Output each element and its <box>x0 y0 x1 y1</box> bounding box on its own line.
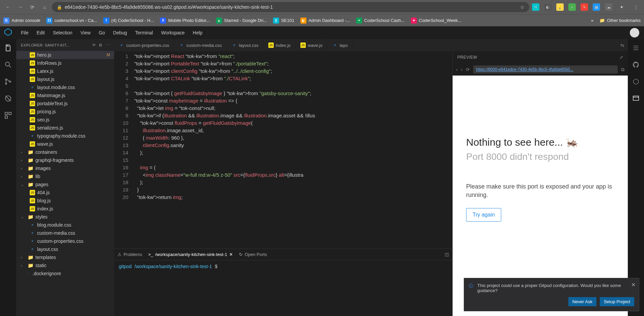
file-item[interactable]: JSportableText.js <box>16 99 114 108</box>
file-item[interactable]: JSwave.js <box>16 140 114 148</box>
preview-back-icon[interactable]: ‹ <box>456 67 458 72</box>
editor-tab[interactable]: #custom-media.css <box>174 39 227 51</box>
bookmark-item[interactable]: ▲Starred - Google Dri... <box>216 18 267 24</box>
file-item[interactable]: #blog.module.css <box>16 221 114 229</box>
setup-project-button[interactable]: Setup Project <box>600 297 634 306</box>
ext-icon[interactable]: ◐ <box>544 3 552 11</box>
file-item[interactable]: JSblog.js <box>16 197 114 205</box>
url-bar[interactable]: 🔒 e641edce-7430-4e5b-8bc5-4fa9de855086.w… <box>52 2 529 12</box>
bookmark-item[interactable]: ◐Admin Dashboard -... <box>300 18 350 24</box>
explorer-view-icon[interactable] <box>3 43 13 53</box>
file-tree[interactable]: JShero.jsMJSInfoRows.jsJSLatex.jsJSlayou… <box>16 51 114 316</box>
preview-view-icon[interactable] <box>631 94 641 103</box>
try-again-button[interactable]: Try again <box>466 208 501 222</box>
file-item[interactable]: JShero.jsM <box>16 51 114 59</box>
panel-tab[interactable]: >_ /workspace/sanity-kitchen-sink-test-1… <box>148 252 233 257</box>
folder-item[interactable]: ⌄📁styles <box>16 213 114 221</box>
bookmark-item[interactable]: XMobile Photo Editor... <box>160 18 210 24</box>
ext-icon[interactable]: N <box>532 3 539 11</box>
file-item[interactable]: JS404.js <box>16 189 114 197</box>
editor-tab[interactable]: #layo <box>327 39 353 51</box>
editor-tab[interactable]: #layout.css <box>227 39 264 51</box>
editor-tab[interactable]: #custom-properties.css <box>114 39 174 51</box>
toast-close-button[interactable]: ✕ <box>631 282 636 288</box>
debug-view-icon[interactable] <box>3 94 13 103</box>
preview-url-bar[interactable]: https://8000-e641edce-7430-4e5b-8bc5-4fa… <box>473 65 618 74</box>
browser-menu-button[interactable]: ⋮ <box>631 2 641 12</box>
file-item[interactable]: ◦.dockerignore <box>16 269 114 278</box>
extensions-button[interactable]: ✦ <box>617 2 626 12</box>
file-item[interactable]: #custom-properties.css <box>16 237 114 245</box>
preview-popout-icon[interactable]: ⧉ <box>621 67 624 73</box>
menu-edit[interactable]: Edit <box>33 29 48 37</box>
menu-terminal[interactable]: Terminal <box>132 29 156 37</box>
menu-help[interactable]: Help <box>189 29 206 37</box>
folder-item[interactable]: ›📁templates <box>16 253 114 261</box>
folder-item[interactable]: ⌄📁pages <box>16 180 114 189</box>
file-item[interactable]: JSseo.js <box>16 116 114 124</box>
outline-icon[interactable] <box>631 43 641 53</box>
search-view-icon[interactable] <box>3 60 13 69</box>
ext-icon[interactable]: ▦ <box>593 3 600 11</box>
editor-tab[interactable]: JSindex.js <box>264 39 296 51</box>
hexagon-icon[interactable] <box>631 77 641 86</box>
folder-item[interactable]: ›📁images <box>16 164 114 172</box>
bookmark-overflow[interactable]: » <box>591 18 593 23</box>
bookmark-item[interactable]: f(4) CoderSchool - H... <box>103 18 154 24</box>
compare-icon[interactable]: ⇆ <box>617 42 628 48</box>
menu-workspace[interactable]: Workspace <box>158 29 188 37</box>
ext-icon[interactable]: ✓ <box>568 3 576 11</box>
file-item[interactable]: #layout.module.css <box>16 83 114 91</box>
bookmark-item[interactable]: ||SE101 <box>273 18 294 24</box>
scm-view-icon[interactable] <box>3 77 13 86</box>
close-icon[interactable]: ✕ <box>229 252 233 257</box>
file-item[interactable]: JSlayout.js <box>16 75 114 83</box>
code-content[interactable]: "tok-kw">import React "tok-kw">from "rea… <box>134 51 452 249</box>
file-item[interactable]: #typography.module.css <box>16 132 114 140</box>
file-item[interactable]: JSMainImage.js <box>16 91 114 99</box>
more-icon[interactable]: ⋯ <box>106 43 110 47</box>
file-item[interactable]: JSindex.js <box>16 205 114 213</box>
file-item[interactable]: JSserializers.js <box>16 124 114 132</box>
menu-debug[interactable]: Debug <box>110 29 130 37</box>
panel-layout-icon[interactable]: ◫ <box>445 252 449 257</box>
menu-view[interactable]: View <box>77 29 94 37</box>
terminal[interactable]: gitpod /workspace/sanity-kitchen-sink-te… <box>114 260 452 316</box>
folder-item[interactable]: ›📁graphql-fragments <box>16 156 114 164</box>
file-item[interactable]: #custom-media.css <box>16 229 114 237</box>
menu-selection[interactable]: Selection <box>50 29 76 37</box>
folder-item[interactable]: ›📁containers <box>16 148 114 156</box>
file-item[interactable]: JSpricing.js <box>16 108 114 116</box>
menu-file[interactable]: File <box>18 29 32 37</box>
bookmark-item[interactable]: GAdmin console <box>3 18 40 24</box>
file-item[interactable]: JSLatex.js <box>16 67 114 75</box>
ext-icon[interactable]: ☁ <box>605 3 612 11</box>
bookmark-item[interactable]: +CoderSchool Cash... <box>356 18 405 24</box>
preview-open-icon[interactable]: ⤢ <box>620 55 623 60</box>
bookmark-item[interactable]: 21coderschool.vn - Ca... <box>46 18 97 24</box>
ext-icon[interactable]: ✎ <box>581 3 588 11</box>
bookmark-item[interactable]: ✦CoderSchool_Week... <box>411 18 461 24</box>
collapse-icon[interactable]: ⊟ <box>99 43 102 47</box>
refresh-icon[interactable]: ⟳ <box>92 43 96 47</box>
file-item[interactable]: JSInfoRows.js <box>16 59 114 67</box>
ext-icon[interactable]: 💡 <box>556 3 564 11</box>
folder-item[interactable]: ›📁lib <box>16 172 114 180</box>
nav-back-button[interactable]: ← <box>3 2 13 12</box>
star-icon[interactable]: ☆ <box>520 4 525 10</box>
nav-reload-button[interactable]: ⟳ <box>28 2 37 12</box>
menu-go[interactable]: Go <box>95 29 108 37</box>
panel-tab[interactable]: ⚠ Problems <box>117 252 142 257</box>
editor-tab[interactable]: JSwave.js <box>296 39 327 51</box>
never-ask-button[interactable]: Never Ask <box>568 297 596 306</box>
github-icon[interactable] <box>631 60 641 69</box>
extensions-view-icon[interactable] <box>3 111 13 120</box>
nav-home-button[interactable]: ⌂ <box>40 2 49 12</box>
preview-forward-icon[interactable]: › <box>461 67 463 72</box>
nav-forward-button[interactable]: → <box>16 2 25 12</box>
code-editor[interactable]: 1234567891011121314151617181920 "tok-kw"… <box>114 51 452 249</box>
user-avatar[interactable] <box>630 28 639 37</box>
file-item[interactable]: #layout.css <box>16 245 114 253</box>
other-bookmarks-button[interactable]: 📁 Other bookmarks <box>599 18 641 23</box>
folder-item[interactable]: ›📁static <box>16 261 114 269</box>
